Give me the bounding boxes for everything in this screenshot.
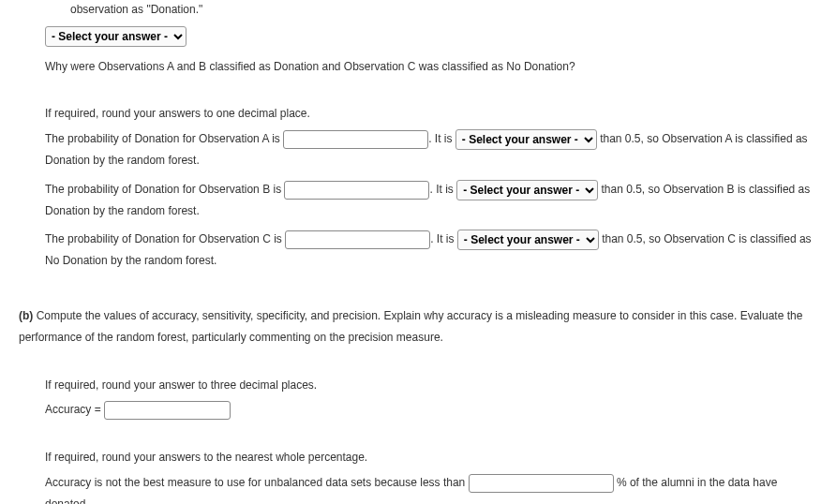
obs-c-input[interactable] — [285, 230, 430, 249]
round-one-decimal: If required, round your answers to one d… — [19, 103, 817, 125]
obs-b-input[interactable] — [284, 181, 429, 200]
part-b-label: (b) — [19, 309, 33, 322]
round-whole: If required, round your answers to the n… — [19, 447, 817, 468]
obs-c-mid: . It is — [430, 232, 457, 245]
accuracy-line: Accuracy = — [19, 399, 817, 421]
obs-a-input[interactable] — [283, 130, 428, 149]
percent-input[interactable] — [469, 474, 614, 493]
obs-c-line: The probability of Donation for Observat… — [19, 229, 817, 272]
part-b-prompt: (b) Compute the values of accuracy, sens… — [19, 305, 817, 348]
fragment-text: observation as "Donation." — [19, 0, 817, 21]
select-top[interactable]: - Select your answer - — [45, 26, 187, 47]
round-three: If required, round your answer to three … — [19, 375, 817, 396]
accuracy-input[interactable] — [104, 401, 231, 420]
obs-a-line: The probability of Donation for Observat… — [19, 128, 817, 171]
unbalanced-pre: Accuracy is not the best measure to use … — [45, 476, 469, 489]
obs-c-select[interactable]: - Select your answer - — [457, 230, 599, 250]
question-why: Why were Observations A and B classified… — [19, 56, 817, 78]
part-b-text: Compute the values of accuracy, sensitiv… — [19, 309, 802, 344]
obs-b-mid: . It is — [429, 183, 456, 196]
accuracy-label: Accuracy = — [45, 403, 104, 416]
obs-b-line: The probability of Donation for Observat… — [19, 179, 817, 222]
obs-c-pre: The probability of Donation for Observat… — [45, 232, 285, 245]
obs-b-select[interactable]: - Select your answer - — [456, 180, 598, 200]
obs-a-pre: The probability of Donation for Observat… — [45, 132, 283, 145]
obs-a-select[interactable]: - Select your answer - — [455, 129, 597, 150]
obs-a-mid: . It is — [428, 132, 455, 145]
obs-b-pre: The probability of Donation for Observat… — [45, 183, 284, 196]
unbalanced-line: Accuracy is not the best measure to use … — [19, 472, 817, 504]
